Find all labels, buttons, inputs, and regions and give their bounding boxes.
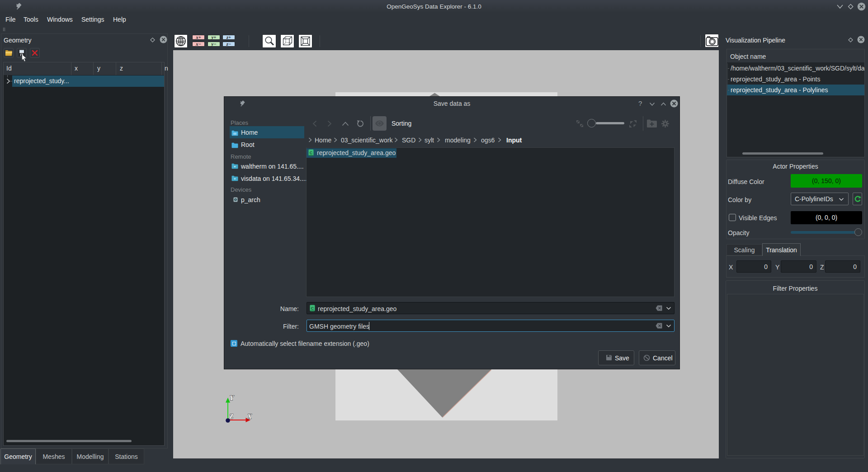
svg-text:C: C (311, 306, 314, 311)
svg-text:Z: Z (229, 413, 233, 420)
svg-text:X: X (247, 413, 252, 420)
svg-text:C: C (310, 151, 313, 155)
svg-text:Y: Y (230, 394, 235, 401)
